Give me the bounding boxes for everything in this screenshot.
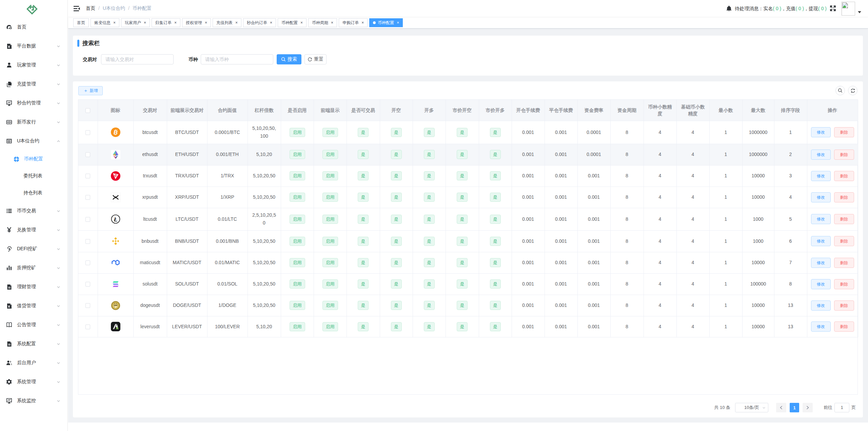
svg-text:Ł: Ł bbox=[114, 216, 117, 223]
